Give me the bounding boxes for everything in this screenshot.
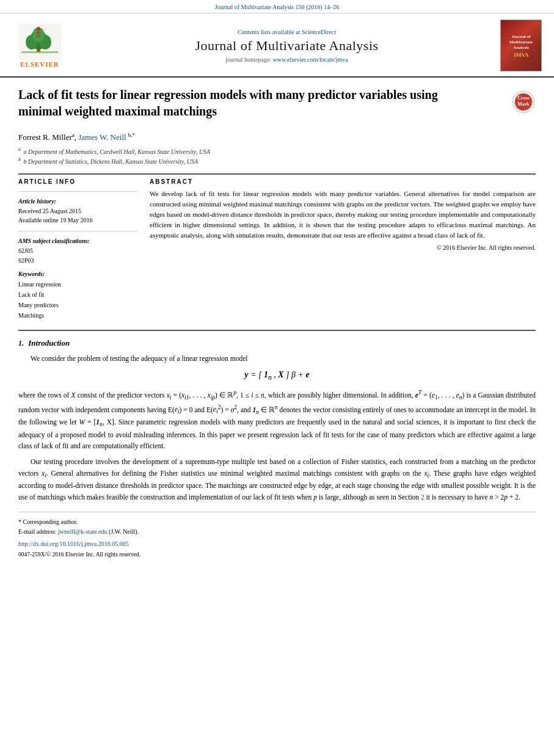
section-divider xyxy=(18,330,536,331)
main-content: Lack of fit tests for linear regression … xyxy=(0,78,554,572)
section-2-ref[interactable]: 2 xyxy=(421,493,425,501)
cover-abbr: JMVA xyxy=(514,52,529,58)
equation-equals: = [ xyxy=(250,370,261,379)
equation-display: y = [ 1n , X ] β + e xyxy=(18,370,536,382)
homepage-link[interactable]: www.elsevier.com/locate/jmva xyxy=(273,56,348,63)
journal-homepage: journal homepage: www.elsevier.com/locat… xyxy=(73,56,500,63)
footer-copyright: 0047-259X/© 2016 Elsevier Inc. All right… xyxy=(18,550,536,559)
elsevier-brand-text: ELSEVIER xyxy=(20,60,59,68)
elsevier-tree-icon xyxy=(18,24,61,59)
doi-line: http://dx.doi.org/10.1016/j.jmva.2016.05… xyxy=(18,539,536,549)
available-date: Available online 19 May 2016 xyxy=(18,216,137,225)
received-date: Received 25 August 2015 xyxy=(18,206,137,216)
abstract-text: We develop lack of fit tests for linear … xyxy=(150,189,536,241)
header-divider xyxy=(18,173,536,175)
journal-header-center: Contents lists available at ScienceDirec… xyxy=(73,29,500,63)
article-info-heading: ARTICLE INFO xyxy=(18,178,137,185)
article-title: Lack of fit tests for linear regression … xyxy=(18,87,443,120)
history-label: Article history: xyxy=(18,198,137,205)
abstract-heading: ABSTRACT xyxy=(150,178,536,185)
top-citation-bar: Journal of Multivariate Analysis 150 (20… xyxy=(0,0,554,13)
journal-header: ELSEVIER Contents lists available at Sci… xyxy=(0,13,554,78)
keywords-label: Keywords: xyxy=(18,271,137,277)
journal-cover-image: Journal of Multivariate Analysis JMVA xyxy=(500,20,542,71)
section-title-text: Introduction xyxy=(28,338,70,347)
equation-1n: 1 xyxy=(264,370,268,379)
journal-citation: Journal of Multivariate Analysis 150 (20… xyxy=(215,4,339,10)
intro-para-2: where the rows of X consist of the predi… xyxy=(18,388,536,451)
elsevier-logo: ELSEVIER xyxy=(12,24,67,68)
sciencedirect-link[interactable]: ScienceDirect xyxy=(302,29,336,35)
keyword-1: Linear regression xyxy=(18,279,137,289)
journal-title: Journal of Multivariate Analysis xyxy=(73,38,500,54)
svg-text:Mark: Mark xyxy=(517,101,530,107)
author-miller: Forrest R. Miller xyxy=(18,133,72,142)
article-info-abstract: ARTICLE INFO Article history: Received 2… xyxy=(18,178,536,321)
equation-y: y xyxy=(244,370,248,379)
info-divider xyxy=(18,191,137,192)
keyword-4: Matchings xyxy=(18,310,137,321)
keyword-2: Lack of fit xyxy=(18,289,137,300)
affiliation-b: b b Department of Statistics, Dickens Ha… xyxy=(18,156,536,166)
affiliations: a a Department of Mathematics, Cardwell … xyxy=(18,146,536,166)
section-1-title: 1. Introduction xyxy=(18,338,536,348)
equation-X: X xyxy=(278,370,283,379)
equation-e: e xyxy=(305,370,309,379)
doi-link[interactable]: http://dx.doi.org/10.1016/j.jmva.2016.05… xyxy=(18,540,129,547)
ams-label: AMS subject classifications: xyxy=(18,238,137,244)
footer-area: * Corresponding author. E-mail address: … xyxy=(18,512,536,559)
svg-point-7 xyxy=(37,27,40,31)
intro-para-3: Our testing procedure involves the devel… xyxy=(18,456,536,503)
section-number: 1. xyxy=(18,339,24,347)
author-neill: James W. Neill xyxy=(78,133,126,142)
equation-beta: β xyxy=(291,370,296,379)
email-link[interactable]: jwneill@k-state.edu xyxy=(58,528,108,535)
authors: Forrest R. Millera, James W. Neill b,* xyxy=(18,132,536,142)
crossmark-icon: Cross Mark xyxy=(511,90,536,114)
article-info-col: ARTICLE INFO Article history: Received 2… xyxy=(18,178,137,321)
contents-available: Contents lists available at ScienceDirec… xyxy=(73,29,500,35)
email-line: E-mail address: jwneill@k-state.edu (J.W… xyxy=(18,527,536,537)
abstract-col: ABSTRACT We develop lack of fit tests fo… xyxy=(150,178,536,321)
svg-text:Cross: Cross xyxy=(517,95,529,101)
ams-code-2: 62P03 xyxy=(18,256,137,266)
abstract-copyright: © 2016 Elsevier Inc. All rights reserved… xyxy=(150,244,536,251)
page: Journal of Multivariate Analysis 150 (20… xyxy=(0,0,554,756)
corresponding-author-note: * Corresponding author. xyxy=(18,517,536,527)
cover-text: Journal of Multivariate Analysis xyxy=(508,33,534,52)
intro-para-1: We consider the problem of testing the a… xyxy=(18,353,536,364)
article-title-section: Lack of fit tests for linear regression … xyxy=(18,87,536,125)
ams-divider xyxy=(18,231,137,231)
ams-code-1: 62J05 xyxy=(18,246,137,256)
affiliation-a: a a Department of Mathematics, Cardwell … xyxy=(18,146,536,156)
keyword-3: Many predictors xyxy=(18,300,137,310)
